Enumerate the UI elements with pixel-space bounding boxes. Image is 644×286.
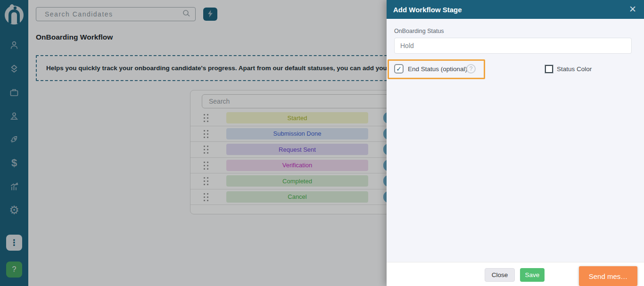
save-button[interactable]: Save: [520, 268, 545, 282]
modal-header: Add Workflow Stage ✕: [387, 0, 644, 19]
onboarding-status-label: OnBoarding Status: [394, 28, 444, 34]
app-screen: $ ⚙ ⋮ ?: [0, 0, 644, 286]
question-icon: ?: [470, 65, 473, 72]
status-color-label: Status Color: [557, 65, 592, 73]
end-status-checkbox[interactable]: ✓: [394, 64, 404, 74]
status-color-checkbox[interactable]: [545, 65, 553, 73]
close-icon[interactable]: ✕: [627, 4, 638, 15]
add-workflow-stage-modal: Add Workflow Stage ✕ OnBoarding Status ✓…: [387, 0, 644, 286]
checkmark-icon: ✓: [396, 65, 402, 73]
close-button[interactable]: Close: [485, 268, 515, 282]
onboarding-status-input[interactable]: [394, 38, 632, 54]
end-status-label: End Status (optional): [408, 65, 467, 73]
end-status-help-icon[interactable]: ?: [466, 64, 476, 74]
modal-title: Add Workflow Stage: [387, 6, 462, 14]
send-message-button[interactable]: Send mes…: [579, 266, 637, 286]
